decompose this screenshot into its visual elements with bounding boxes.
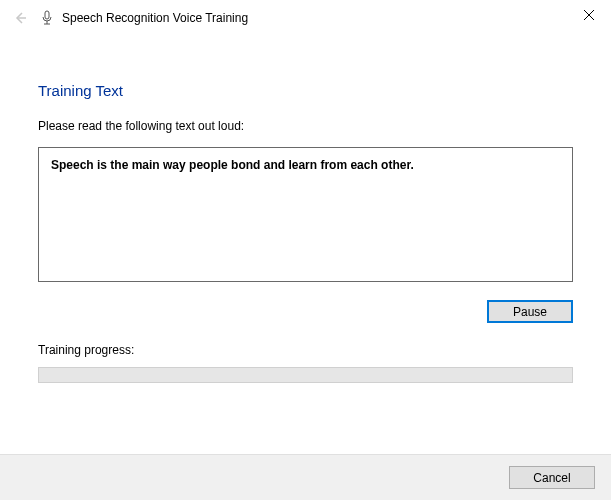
instruction-text: Please read the following text out loud: [38, 119, 573, 133]
close-button[interactable] [566, 0, 611, 30]
training-text-box: Speech is the main way people bond and l… [38, 147, 573, 282]
window-title: Speech Recognition Voice Training [62, 11, 248, 25]
cancel-button[interactable]: Cancel [509, 466, 595, 489]
footer: Cancel [0, 454, 611, 500]
microphone-icon [38, 9, 56, 27]
progress-bar [38, 367, 573, 383]
content-area: Training Text Please read the following … [0, 82, 611, 383]
training-text: Speech is the main way people bond and l… [51, 158, 414, 172]
page-heading: Training Text [38, 82, 573, 99]
progress-label: Training progress: [38, 343, 573, 357]
pause-row: Pause [38, 300, 573, 323]
pause-button[interactable]: Pause [487, 300, 573, 323]
back-arrow-icon [8, 6, 32, 30]
svg-rect-0 [45, 11, 49, 19]
titlebar: Speech Recognition Voice Training [0, 0, 611, 36]
close-icon [584, 8, 594, 23]
